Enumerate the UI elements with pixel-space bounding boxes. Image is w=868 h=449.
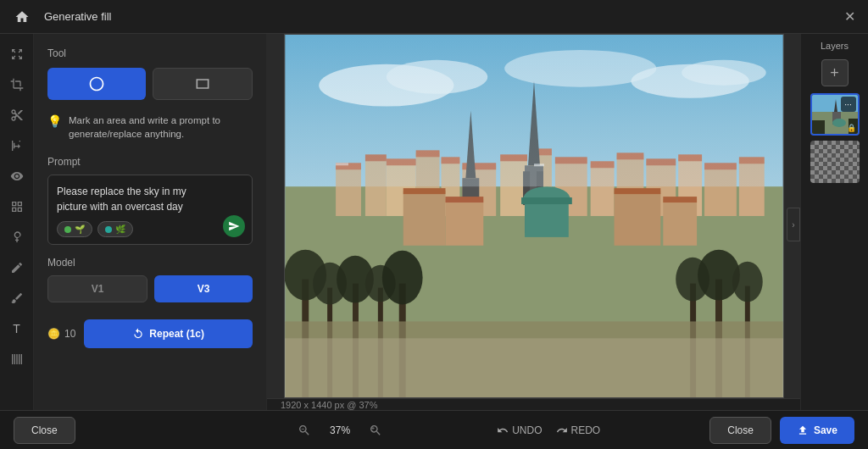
zoom-value: 37% <box>325 424 355 436</box>
model-label: Model <box>47 257 253 269</box>
close-panel-icon[interactable]: ✕ <box>834 2 865 32</box>
bottom-bar: Close 37% UNDO REDO Close <box>0 410 868 449</box>
history-controls: UNDO REDO <box>497 424 600 436</box>
tool-align[interactable] <box>3 132 31 159</box>
hint-text: Mark an area and write a prompt to gener… <box>69 114 253 141</box>
canvas-content[interactable] <box>267 34 800 398</box>
actions-row: 🪙 10 Repeat (1c) <box>47 319 253 348</box>
close-btn[interactable]: Close <box>709 417 771 444</box>
rect-select-tool-btn[interactable] <box>153 68 253 100</box>
canvas-info: 1920 x 1440 px @ 37% <box>281 400 378 410</box>
prompt-box[interactable]: Please replace the sky in my picture wit… <box>47 175 253 245</box>
tool-select[interactable] <box>3 41 31 68</box>
lasso-tool-btn[interactable] <box>47 68 146 100</box>
home-icon[interactable] <box>7 2 37 32</box>
canvas-footer: 1920 x 1440 px @ 37% <box>267 398 800 410</box>
svg-rect-67 <box>614 188 660 194</box>
credits-icon: 🪙 <box>47 328 60 340</box>
model-v3-btn[interactable]: V3 <box>154 275 253 302</box>
tag-icon-1: 🌱 <box>75 224 85 234</box>
tag-icon-2: 🌿 <box>115 224 125 234</box>
svg-rect-62 <box>403 191 445 246</box>
layer-lock-icon: 🔒 <box>847 124 856 132</box>
tool-crop[interactable] <box>3 71 31 98</box>
top-bar-left: Generative fill <box>0 2 111 32</box>
layers-panel: Layers + ··· 🔒 <box>800 34 868 410</box>
prompt-tag-2[interactable]: 🌿 <box>97 221 133 237</box>
tag-dot-1 <box>64 226 71 233</box>
panel-title: Generative fill <box>44 10 111 23</box>
model-options: V1 V3 <box>47 275 253 302</box>
undo-btn[interactable]: UNDO <box>497 424 542 436</box>
svg-rect-74 <box>285 35 782 186</box>
svg-rect-66 <box>614 191 660 246</box>
collapse-right-panel-btn[interactable]: › <box>787 208 800 241</box>
prompt-label: Prompt <box>47 156 253 168</box>
svg-rect-80 <box>812 120 825 136</box>
layer-options-btn[interactable]: ··· <box>841 97 856 112</box>
svg-rect-63 <box>403 188 445 194</box>
layer-pattern[interactable] <box>810 141 860 183</box>
svg-point-55 <box>381 251 422 305</box>
credits-value: 10 <box>64 328 75 340</box>
canvas-area: 1920 x 1440 px @ 37% <box>267 34 800 410</box>
svg-rect-64 <box>445 199 483 246</box>
canvas-image <box>285 35 783 397</box>
prompt-text: Please replace the sky in my picture wit… <box>57 184 243 214</box>
tool-grid[interactable] <box>3 193 31 220</box>
svg-point-79 <box>832 119 846 127</box>
svg-rect-68 <box>663 199 697 246</box>
tool-pen[interactable] <box>3 254 31 281</box>
left-toolbar: T <box>0 34 34 410</box>
zoom-minus-btn[interactable] <box>292 419 316 442</box>
prompt-send-btn[interactable] <box>223 215 245 237</box>
hint-icon: 💡 <box>47 114 62 128</box>
model-v1-btn[interactable]: V1 <box>47 275 147 302</box>
tool-brush[interactable] <box>3 285 31 312</box>
repeat-btn[interactable]: Repeat (1c) <box>84 319 253 348</box>
tool-options <box>47 68 253 100</box>
svg-rect-65 <box>445 197 483 202</box>
hint-row: 💡 Mark an area and write a prompt to gen… <box>47 114 253 141</box>
repeat-btn-label: Repeat (1c) <box>149 328 204 340</box>
tool-label: Tool <box>47 47 253 59</box>
close-panel-btn[interactable]: Close <box>14 417 75 444</box>
credits-info: 🪙 10 <box>47 328 75 340</box>
bottom-right: Close Save <box>709 417 854 444</box>
save-label: Save <box>814 424 837 436</box>
svg-rect-73 <box>285 321 782 397</box>
top-bar: Generative fill ✕ <box>0 0 868 34</box>
redo-label: REDO <box>571 424 601 436</box>
tool-scissors[interactable] <box>3 102 31 129</box>
add-layer-btn[interactable]: + <box>821 59 849 86</box>
zoom-controls: 37% <box>292 419 387 442</box>
zoom-plus-btn[interactable] <box>364 419 387 442</box>
tool-text[interactable]: T <box>3 315 31 342</box>
prompt-tags: 🌱 🌿 <box>57 221 243 237</box>
undo-label: UNDO <box>512 424 542 436</box>
save-btn[interactable]: Save <box>780 417 854 444</box>
main-layout: T Tool 💡 Mark an area and write a <box>0 34 868 410</box>
tool-spiral[interactable] <box>3 224 31 251</box>
layers-title: Layers <box>821 41 849 51</box>
svg-rect-44 <box>525 199 569 237</box>
svg-point-61 <box>732 262 762 302</box>
bottom-left: Close <box>14 417 183 444</box>
canvas-image-container[interactable] <box>284 34 784 398</box>
svg-rect-45 <box>521 197 572 204</box>
tool-hatching[interactable] <box>3 346 31 373</box>
redo-btn[interactable]: REDO <box>556 424 601 436</box>
tag-dot-2 <box>105 226 112 233</box>
svg-rect-69 <box>663 197 697 202</box>
prompt-tag-1[interactable]: 🌱 <box>57 221 92 237</box>
tool-eye[interactable] <box>3 163 31 190</box>
generative-fill-panel: Tool 💡 Mark an area and write a prompt t… <box>34 34 267 410</box>
layer-thumb-1[interactable]: ··· 🔒 <box>810 93 860 136</box>
